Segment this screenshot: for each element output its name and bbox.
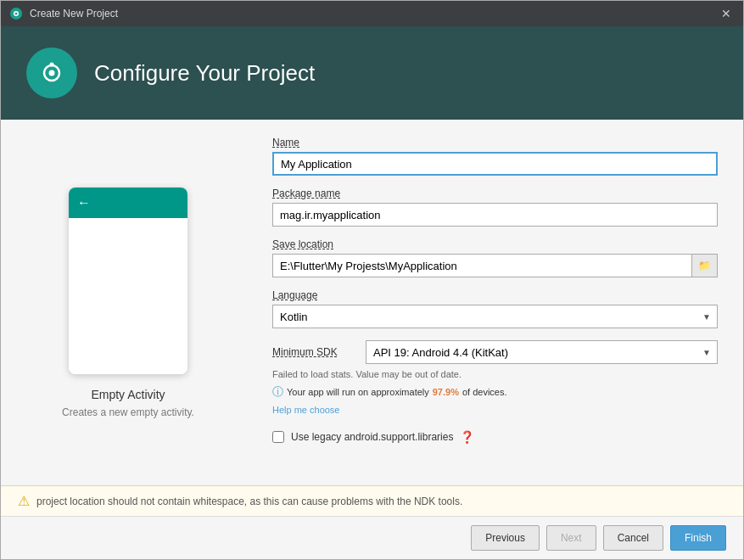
content-area: ← Empty Activity Creates a new empty act… bbox=[1, 120, 743, 485]
sdk-select-wrapper: API 16: Android 4.1 (Jelly Bean) API 17:… bbox=[366, 340, 718, 364]
sdk-field-group: Minimum SDK API 16: Android 4.1 (Jelly B… bbox=[272, 340, 718, 415]
back-arrow-icon: ← bbox=[77, 195, 91, 210]
svg-point-5 bbox=[49, 70, 55, 76]
phone-body bbox=[69, 218, 187, 374]
warning-bar: ⚠ project location should not contain wh… bbox=[1, 485, 743, 516]
warning-text: project location should not contain whit… bbox=[36, 496, 462, 507]
location-field-group: Save location 📁 bbox=[272, 238, 718, 277]
language-select-wrapper: Kotlin Java ▼ bbox=[272, 305, 718, 328]
warning-icon: ⚠ bbox=[18, 493, 30, 509]
next-button[interactable]: Next bbox=[546, 525, 596, 551]
browse-button[interactable]: 📁 bbox=[692, 254, 718, 277]
folder-icon: 📁 bbox=[698, 260, 711, 272]
location-input[interactable] bbox=[272, 254, 692, 277]
package-label: Package name bbox=[272, 188, 718, 199]
phone-mockup: ← bbox=[69, 188, 187, 374]
previous-button[interactable]: Previous bbox=[471, 525, 540, 551]
cancel-button[interactable]: Cancel bbox=[603, 525, 663, 551]
title-bar: Create New Project ✕ bbox=[1, 1, 743, 26]
main-window: Create New Project ✕ Configure Your Proj… bbox=[0, 0, 744, 560]
language-select[interactable]: Kotlin Java bbox=[272, 305, 718, 328]
coverage-row: ⓘ Your app will run on approximately 97.… bbox=[272, 384, 718, 400]
window-title: Create New Project bbox=[30, 8, 118, 20]
close-button[interactable]: ✕ bbox=[718, 5, 735, 22]
android-studio-icon bbox=[36, 58, 67, 88]
activity-name: Empty Activity bbox=[91, 388, 165, 401]
right-panel: Name Package name Save location 📁 bbox=[255, 120, 743, 485]
header-icon bbox=[26, 48, 77, 98]
name-field-group: Name bbox=[272, 137, 718, 176]
sdk-label: Minimum SDK bbox=[272, 346, 357, 358]
legacy-label[interactable]: Use legacy android.support.libraries bbox=[291, 431, 453, 443]
location-input-row: 📁 bbox=[272, 254, 718, 277]
package-field-group: Package name bbox=[272, 188, 718, 227]
help-me-choose-link[interactable]: Help me choose bbox=[272, 405, 718, 415]
activity-desc: Creates a new empty activity. bbox=[62, 406, 194, 418]
app-icon bbox=[9, 7, 23, 20]
info-icon: ⓘ bbox=[272, 384, 283, 400]
location-label: Save location bbox=[272, 238, 718, 250]
coverage-percent: 97.9% bbox=[433, 387, 459, 397]
coverage-suffix: of devices. bbox=[462, 387, 507, 397]
sdk-row: Minimum SDK API 16: Android 4.1 (Jelly B… bbox=[272, 340, 718, 364]
legacy-help-icon[interactable]: ❓ bbox=[460, 430, 474, 444]
language-label: Language bbox=[272, 289, 718, 301]
package-input[interactable] bbox=[272, 203, 718, 227]
svg-point-6 bbox=[50, 63, 54, 67]
name-input[interactable] bbox=[272, 152, 718, 176]
left-panel: ← Empty Activity Creates a new empty act… bbox=[1, 120, 255, 485]
svg-point-2 bbox=[15, 13, 18, 15]
footer: Previous Next Cancel Finish bbox=[1, 516, 743, 559]
name-label: Name bbox=[272, 137, 718, 148]
finish-button[interactable]: Finish bbox=[670, 525, 726, 551]
header-title: Configure Your Project bbox=[94, 60, 315, 87]
legacy-checkbox-row: Use legacy android.support.libraries ❓ bbox=[272, 430, 718, 444]
phone-top-bar: ← bbox=[69, 188, 187, 218]
coverage-text: Your app will run on approximately bbox=[287, 387, 429, 397]
stats-failed-text: Failed to load stats. Value may be out o… bbox=[272, 369, 718, 379]
legacy-checkbox[interactable] bbox=[272, 431, 284, 443]
header: Configure Your Project bbox=[1, 26, 743, 120]
language-field-group: Language Kotlin Java ▼ bbox=[272, 289, 718, 328]
sdk-select[interactable]: API 16: Android 4.1 (Jelly Bean) API 17:… bbox=[366, 340, 718, 364]
title-bar-left: Create New Project bbox=[9, 7, 118, 20]
